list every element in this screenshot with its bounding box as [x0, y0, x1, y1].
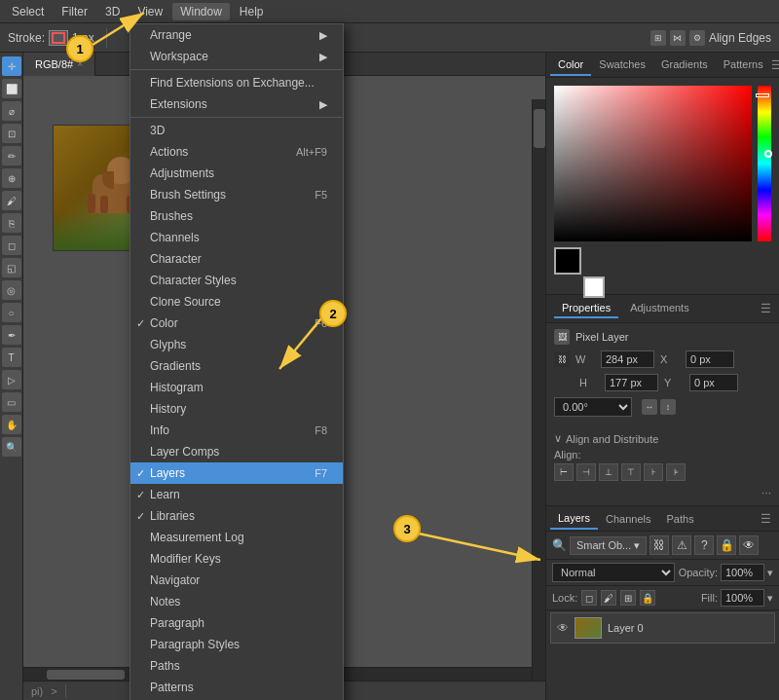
transform-icon[interactable]: ⊞ — [650, 30, 666, 46]
menu-navigator[interactable]: Navigator — [130, 570, 343, 591]
menu-history[interactable]: History — [130, 398, 343, 420]
height-field[interactable] — [605, 374, 658, 391]
lock-position-icon[interactable]: 🔒 — [640, 590, 655, 606]
tab-gradients[interactable]: Gradients — [653, 55, 716, 76]
foreground-color[interactable] — [554, 247, 581, 275]
menu-measurement-log[interactable]: Measurement Log — [130, 527, 343, 548]
align-top[interactable]: ⊤ — [621, 463, 641, 481]
tab-properties[interactable]: Properties — [554, 299, 618, 318]
menu-info[interactable]: InfoF8 — [130, 420, 343, 441]
menu-brushes[interactable]: Brushes — [130, 205, 343, 227]
menu-layers[interactable]: LayersF7 — [130, 462, 343, 484]
pen-tool[interactable]: ✒ — [2, 325, 21, 345]
menu-filter[interactable]: Filter — [54, 3, 95, 20]
link-icon[interactable]: ⛓ — [554, 351, 570, 367]
hscroll-thumb[interactable] — [47, 670, 125, 680]
align-section-toggle[interactable]: ∨ — [554, 432, 562, 445]
rect-select-tool[interactable]: ⬜ — [2, 79, 21, 98]
brush-tool[interactable]: 🖌 — [2, 191, 21, 210]
menu-modifier-keys[interactable]: Modifier Keys — [130, 548, 343, 570]
tab-color[interactable]: Color — [550, 55, 591, 76]
window-dropdown-menu[interactable]: Arrange ▶ Workspace ▶ Find Extensions on… — [130, 23, 344, 700]
panel-menu-arrow[interactable]: ☰ — [771, 58, 779, 72]
document-tab[interactable]: RGB/8# × — [23, 53, 95, 76]
layer-help-icon[interactable]: ? — [694, 535, 714, 555]
layer-link-icon[interactable]: ⛓ — [649, 535, 669, 555]
menu-brush-settings[interactable]: Brush SettingsF5 — [130, 184, 343, 205]
blur-tool[interactable]: ◎ — [2, 280, 21, 300]
color-gradient-main[interactable] — [554, 86, 752, 241]
align-right[interactable]: ⊥ — [599, 463, 618, 481]
align-center-v[interactable]: ⊦ — [644, 463, 663, 481]
flip-h-icon[interactable]: ↔ — [642, 399, 657, 415]
menu-libraries[interactable]: Libraries — [130, 505, 343, 527]
align-left[interactable]: ⊢ — [554, 463, 574, 481]
fill-dropdown[interactable]: ▾ — [767, 592, 773, 605]
tab-paths[interactable]: Paths — [659, 509, 702, 529]
menu-find-extensions[interactable]: Find Extensions on Exchange... — [130, 72, 343, 93]
menu-workspace[interactable]: Workspace ▶ — [130, 46, 343, 67]
color-spectrum[interactable] — [554, 86, 771, 241]
menu-learn[interactable]: Learn — [130, 484, 343, 505]
angle-select[interactable]: 0.00° — [554, 397, 632, 417]
nav-arrow[interactable]: > — [51, 685, 56, 697]
menu-notes[interactable]: Notes — [130, 591, 343, 612]
menu-histogram[interactable]: Histogram — [130, 377, 343, 398]
layer-visible-icon[interactable]: 👁 — [739, 535, 759, 555]
menu-color[interactable]: ColorF6 — [130, 313, 343, 334]
menu-paragraph[interactable]: Paragraph — [130, 612, 343, 634]
align-bottom[interactable]: ⊧ — [666, 463, 686, 481]
menu-select[interactable]: Select — [4, 3, 52, 20]
tab-swatches[interactable]: Swatches — [591, 55, 653, 76]
properties-menu-icon[interactable]: ☰ — [760, 302, 771, 315]
tab-adjustments[interactable]: Adjustments — [622, 299, 697, 318]
flip-v-icon[interactable]: ↕ — [660, 399, 676, 415]
healing-tool[interactable]: ⊕ — [2, 168, 21, 188]
stroke-color-box[interactable] — [49, 30, 68, 46]
clone-tool[interactable]: ⎘ — [2, 213, 21, 233]
lasso-tool[interactable]: ⌀ — [2, 101, 21, 121]
menu-gradients[interactable]: Gradients — [130, 355, 343, 377]
type-tool[interactable]: T — [2, 348, 21, 367]
menu-layer-comps[interactable]: Layer Comps — [130, 441, 343, 462]
menu-3d[interactable]: 3D — [130, 120, 343, 141]
menu-character-styles[interactable]: Character Styles — [130, 270, 343, 291]
layer-filter-btn[interactable]: Smart Ob... ▾ — [570, 536, 647, 555]
layer-visibility-icon[interactable]: 👁 — [557, 621, 569, 635]
layer-lock-icon[interactable]: 🔒 — [717, 535, 736, 555]
align-center-h[interactable]: ⊣ — [576, 463, 596, 481]
crop-tool[interactable]: ⊡ — [2, 124, 21, 143]
opacity-dropdown[interactable]: ▾ — [767, 567, 773, 579]
vscroll-thumb[interactable] — [534, 109, 545, 148]
menu-extensions[interactable]: Extensions ▶ — [130, 93, 343, 115]
color-gradient-hue[interactable] — [758, 86, 771, 241]
move-tool[interactable]: ✛ — [2, 56, 21, 76]
menu-channels[interactable]: Channels — [130, 227, 343, 248]
tab-layers[interactable]: Layers — [550, 508, 598, 530]
zoom-tool[interactable]: 🔍 — [2, 437, 21, 457]
more-options[interactable]: ··· — [554, 484, 771, 501]
fill-field[interactable] — [721, 589, 764, 607]
menu-3d[interactable]: 3D — [97, 3, 128, 20]
background-color[interactable] — [583, 276, 605, 298]
blend-mode-select[interactable]: Normal — [552, 563, 675, 582]
lock-artboard-icon[interactable]: ⊞ — [620, 590, 636, 606]
menu-arrange[interactable]: Arrange ▶ — [130, 24, 343, 46]
menu-glyphs[interactable]: Glyphs — [130, 334, 343, 355]
settings-icon[interactable]: ⚙ — [689, 30, 705, 46]
dodge-tool[interactable]: ○ — [2, 303, 21, 322]
path-select-tool[interactable]: ▷ — [2, 370, 21, 389]
menu-paths[interactable]: Paths — [130, 655, 343, 677]
x-field[interactable] — [686, 350, 734, 368]
menu-clone-source[interactable]: Clone Source — [130, 291, 343, 313]
menu-view[interactable]: View — [130, 3, 170, 20]
opacity-field[interactable] — [721, 564, 764, 581]
warp-icon[interactable]: ⋈ — [670, 30, 686, 46]
lock-transparent-icon[interactable]: ◻ — [581, 590, 597, 606]
menu-adjustments[interactable]: Adjustments — [130, 163, 343, 184]
layers-menu-icon[interactable]: ☰ — [757, 508, 775, 530]
width-field[interactable] — [601, 350, 654, 368]
eyedropper-tool[interactable]: ✏ — [2, 146, 21, 166]
menu-paragraph-styles[interactable]: Paragraph Styles — [130, 634, 343, 655]
foreground-background[interactable] — [554, 247, 593, 286]
